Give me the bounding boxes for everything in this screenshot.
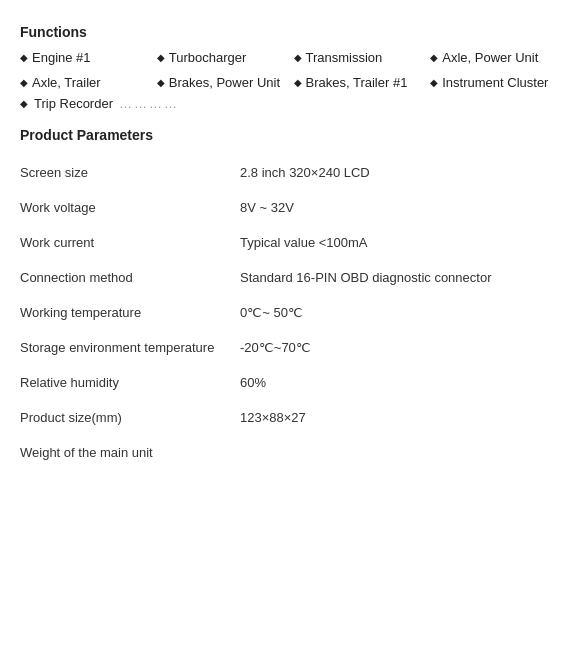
product-params-title: Product Parameters bbox=[20, 127, 567, 143]
param-row: Storage environment temperature -20℃~70℃ bbox=[20, 330, 567, 365]
param-value: 2.8 inch 320×240 LCD bbox=[240, 165, 370, 180]
param-value: 8V ~ 32V bbox=[240, 200, 294, 215]
param-row: Working temperature 0℃~ 50℃ bbox=[20, 295, 567, 330]
diamond-icon: ◆ bbox=[20, 52, 28, 63]
diamond-icon: ◆ bbox=[294, 52, 302, 63]
param-row: Work current Typical value <100mA bbox=[20, 225, 567, 260]
param-label: Storage environment temperature bbox=[20, 340, 240, 355]
param-value: -20℃~70℃ bbox=[240, 340, 311, 355]
trip-label: Trip Recorder bbox=[34, 96, 113, 111]
param-row: Work voltage 8V ~ 32V bbox=[20, 190, 567, 225]
param-row: Connection method Standard 16-PIN OBD di… bbox=[20, 260, 567, 295]
param-label: Screen size bbox=[20, 165, 240, 180]
param-label: Work current bbox=[20, 235, 240, 250]
function-label: Brakes, Power Unit bbox=[169, 75, 280, 90]
function-label: Instrument Cluster bbox=[442, 75, 548, 90]
param-value: 0℃~ 50℃ bbox=[240, 305, 303, 320]
list-item: ◆ Axle, Trailer bbox=[20, 75, 157, 90]
param-label: Working temperature bbox=[20, 305, 240, 320]
param-label: Relative humidity bbox=[20, 375, 240, 390]
function-label: Turbocharger bbox=[169, 50, 247, 65]
list-item: ◆ Axle, Power Unit bbox=[430, 50, 567, 65]
diamond-icon: ◆ bbox=[20, 98, 28, 109]
function-label: Axle, Power Unit bbox=[442, 50, 538, 65]
list-item: ◆ Turbocharger bbox=[157, 50, 294, 65]
list-item: ◆ Transmission bbox=[294, 50, 431, 65]
function-label: Axle, Trailer bbox=[32, 75, 101, 90]
trip-dots: ………… bbox=[119, 96, 179, 111]
param-value: Standard 16-PIN OBD diagnostic connector bbox=[240, 270, 491, 285]
function-label: Brakes, Trailer #1 bbox=[306, 75, 408, 90]
function-label: Engine #1 bbox=[32, 50, 91, 65]
param-row: Screen size 2.8 inch 320×240 LCD bbox=[20, 155, 567, 190]
list-item: ◆ Brakes, Power Unit bbox=[157, 75, 294, 90]
param-row: Weight of the main unit bbox=[20, 435, 567, 470]
diamond-icon: ◆ bbox=[430, 52, 438, 63]
param-value: 60% bbox=[240, 375, 266, 390]
trip-row: ◆ Trip Recorder ………… bbox=[20, 96, 567, 111]
functions-grid: ◆ Engine #1 ◆ Turbocharger ◆ Transmissio… bbox=[20, 50, 567, 90]
function-label: Transmission bbox=[306, 50, 383, 65]
diamond-icon: ◆ bbox=[157, 52, 165, 63]
param-label: Product size(mm) bbox=[20, 410, 240, 425]
functions-section: Functions ◆ Engine #1 ◆ Turbocharger ◆ T… bbox=[20, 24, 567, 111]
diamond-icon: ◆ bbox=[430, 77, 438, 88]
diamond-icon: ◆ bbox=[20, 77, 28, 88]
product-params-section: Product Parameters Screen size 2.8 inch … bbox=[20, 127, 567, 470]
param-row: Product size(mm) 123×88×27 bbox=[20, 400, 567, 435]
diamond-icon: ◆ bbox=[294, 77, 302, 88]
param-row: Relative humidity 60% bbox=[20, 365, 567, 400]
param-label: Connection method bbox=[20, 270, 240, 285]
list-item: ◆ Instrument Cluster bbox=[430, 75, 567, 90]
param-value: Typical value <100mA bbox=[240, 235, 368, 250]
param-label: Weight of the main unit bbox=[20, 445, 240, 460]
list-item: ◆ Engine #1 bbox=[20, 50, 157, 65]
param-label: Work voltage bbox=[20, 200, 240, 215]
functions-title: Functions bbox=[20, 24, 567, 40]
diamond-icon: ◆ bbox=[157, 77, 165, 88]
list-item: ◆ Brakes, Trailer #1 bbox=[294, 75, 431, 90]
param-value: 123×88×27 bbox=[240, 410, 306, 425]
